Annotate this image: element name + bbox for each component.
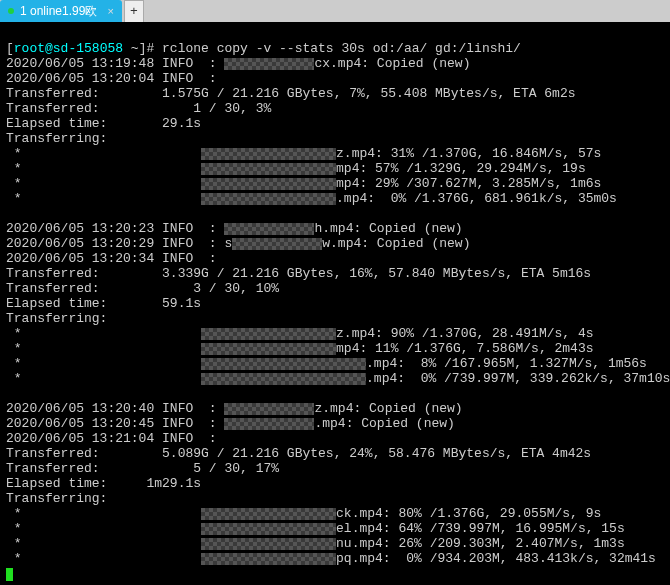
redacted-filename: [201, 193, 336, 205]
redacted-filename: [232, 238, 322, 250]
redacted-filename: [201, 178, 336, 190]
redacted-filename: [201, 508, 336, 520]
transferred-count: Transferred: 5 / 30, 17%: [6, 461, 279, 476]
transferring-label: Transferring:: [6, 131, 107, 146]
redacted-filename: [201, 358, 366, 370]
redacted-filename: [201, 148, 336, 160]
tab-bar: 1 online1.99欧 × +: [0, 0, 670, 22]
elapsed-time: Elapsed time: 59.1s: [6, 296, 201, 311]
transfer-row: *: [6, 356, 201, 371]
redacted-filename: [201, 328, 336, 340]
log-line: 2020/06/05 13:20:45 INFO :: [6, 416, 224, 431]
terminal-content[interactable]: [root@sd-158058 ~]# rclone copy -v --sta…: [0, 22, 670, 585]
transfer-row: *: [6, 191, 201, 206]
transfer-row: *: [6, 536, 201, 551]
redacted-filename: [201, 163, 336, 175]
cursor: [6, 568, 13, 581]
log-line: 2020/06/05 13:20:34 INFO :: [6, 251, 217, 266]
close-icon[interactable]: ×: [107, 5, 113, 17]
transfer-row: *: [6, 506, 201, 521]
transfer-row: *: [6, 176, 201, 191]
transferred-bytes: Transferred: 3.339G / 21.216 GBytes, 16%…: [6, 266, 591, 281]
transfer-row: *: [6, 551, 201, 566]
transferred-count: Transferred: 3 / 30, 10%: [6, 281, 279, 296]
log-line: 2020/06/05 13:21:04 INFO :: [6, 431, 217, 446]
transfer-row: *: [6, 371, 201, 386]
transferring-label: Transferring:: [6, 311, 107, 326]
transfer-row: *: [6, 161, 201, 176]
redacted-filename: [201, 553, 336, 565]
elapsed-time: Elapsed time: 1m29.1s: [6, 476, 201, 491]
add-tab-button[interactable]: +: [124, 0, 144, 22]
tab-label: 1 online1.99欧: [20, 3, 97, 20]
user-host: root@sd-158058: [14, 41, 123, 56]
transferred-bytes: Transferred: 5.089G / 21.216 GBytes, 24%…: [6, 446, 591, 461]
transfer-row: *: [6, 146, 201, 161]
redacted-filename: [224, 58, 314, 70]
transfer-row: *: [6, 521, 201, 536]
log-line: 2020/06/05 13:20:40 INFO :: [6, 401, 224, 416]
redacted-filename: [201, 523, 336, 535]
redacted-filename: [201, 538, 336, 550]
prompt-line: [root@sd-158058 ~]# rclone copy -v --sta…: [6, 41, 521, 56]
transfer-row: *: [6, 341, 201, 356]
redacted-filename: [201, 343, 336, 355]
transferring-label: Transferring:: [6, 491, 107, 506]
redacted-filename: [201, 373, 366, 385]
redacted-filename: [224, 223, 314, 235]
redacted-filename: [224, 418, 314, 430]
elapsed-time: Elapsed time: 29.1s: [6, 116, 201, 131]
connection-status-dot: [8, 8, 14, 14]
terminal-tab[interactable]: 1 online1.99欧 ×: [0, 0, 122, 22]
log-line: 2020/06/05 13:19:48 INFO :: [6, 56, 224, 71]
redacted-filename: [224, 403, 314, 415]
transfer-row: *: [6, 326, 201, 341]
log-line: 2020/06/05 13:20:29 INFO : s: [6, 236, 232, 251]
log-line: 2020/06/05 13:20:23 INFO :: [6, 221, 224, 236]
log-line: 2020/06/05 13:20:04 INFO :: [6, 71, 217, 86]
command-text: rclone copy -v --stats 30s od:/aa/ gd:/l…: [162, 41, 521, 56]
transferred-bytes: Transferred: 1.575G / 21.216 GBytes, 7%,…: [6, 86, 576, 101]
transferred-count: Transferred: 1 / 30, 3%: [6, 101, 271, 116]
